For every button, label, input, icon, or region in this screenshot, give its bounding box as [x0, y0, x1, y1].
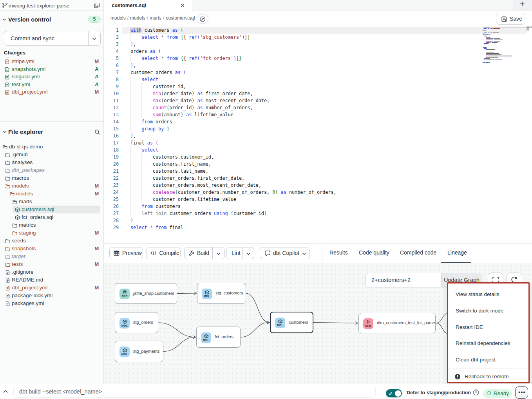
compile-button[interactable]: Compile	[146, 247, 181, 259]
change-row-singular.yml[interactable]: singular.ymlA	[0, 73, 103, 81]
line-number: 6	[104, 62, 119, 69]
chevron-down-icon[interactable]	[2, 18, 6, 22]
result-tab-compiled-code[interactable]: Compiled code	[400, 249, 436, 256]
lineage-node-stg_payments[interactable]: MDLstg_payments	[115, 341, 163, 362]
node-label: customers	[289, 320, 308, 325]
tree-item-models[interactable]: modelsM	[0, 190, 103, 198]
tab-customers-sql[interactable]: customers.sql	[104, 0, 192, 11]
breadcrumb-part[interactable]: marts	[150, 15, 161, 21]
lineage-node-dim[interactable]: SEMdim_customers_test_for_parse	[358, 313, 436, 333]
chevron-down-icon[interactable]	[92, 37, 96, 41]
file-explorer-title[interactable]: File explorer	[8, 128, 43, 135]
code-line-21: customers.last_name,	[130, 168, 208, 175]
divider	[212, 247, 213, 259]
lineage-node-stg_customers[interactable]: MDLstg_customers	[197, 283, 246, 304]
tree-item-.gitignore[interactable]: .gitignore	[0, 269, 103, 276]
lineage-node-customers[interactable]: MDLcustomers	[270, 312, 313, 333]
help-icon[interactable]	[473, 389, 479, 395]
breadcrumb-part[interactable]: models	[110, 15, 126, 21]
chevron-down-icon[interactable]	[246, 252, 251, 256]
plus-icon[interactable]	[520, 1, 525, 6]
save-button[interactable]: Save	[496, 13, 525, 25]
tree-item-customers.sql[interactable]: customers.sql	[0, 206, 103, 214]
tree-item-staging[interactable]: stagingM	[0, 229, 103, 237]
change-row-stripe.yml[interactable]: stripe.ymlM	[0, 58, 103, 66]
defer-toggle[interactable]	[386, 389, 402, 397]
menu-item-reinstall-dependencies[interactable]: Reinstall dependencies	[448, 335, 528, 352]
breadcrumb-part[interactable]: customers.sql	[166, 15, 195, 21]
badge-label: MDL	[119, 324, 130, 327]
tree-item-analyses[interactable]: analyses	[0, 159, 103, 167]
code-line-8: select	[130, 76, 158, 83]
sidebar: mwong-test-explorer-parse Version contro…	[0, 0, 104, 384]
folder-icon	[12, 223, 17, 228]
tree-item-db-sl-qs-demo[interactable]: db-sl-qs-demo	[0, 143, 103, 151]
tree-item-dbt_packages[interactable]: dbt_packages	[0, 167, 103, 175]
version-control-title[interactable]: Version control	[8, 16, 51, 23]
changes-heading: Changes	[4, 50, 25, 56]
minimap[interactable]	[483, 27, 526, 74]
tree-item-packages.yml[interactable]: packages.yml	[0, 300, 103, 308]
node-label: jaffle_shop.customers	[133, 291, 174, 296]
chevron-up-icon[interactable]	[3, 389, 8, 394]
folder-open-icon	[5, 184, 10, 189]
search-icon[interactable]	[94, 129, 100, 135]
change-row-dbt_project.yml[interactable]: dbt_project.ymlM	[0, 88, 103, 96]
lineage-node-fct_orders[interactable]: MDLfct_orders	[196, 327, 241, 348]
copy-icon[interactable]	[94, 2, 100, 8]
menu-item-restart-ide[interactable]: Restart IDE	[448, 319, 528, 336]
repo-name: mwong-test-explorer-parse	[9, 3, 69, 9]
chevron-down-icon[interactable]	[302, 252, 306, 256]
lineage-edge	[163, 337, 195, 352]
breadcrumb-part[interactable]: models	[130, 15, 145, 21]
line-number: 14	[104, 118, 119, 125]
menu-item-view-status-details[interactable]: View status details	[448, 286, 528, 303]
graph-search-input[interactable]: 2+customers+2	[371, 277, 411, 283]
dbt-copilot-button[interactable]: dbt Copilot	[260, 247, 310, 259]
copilot-compass-button[interactable]	[197, 14, 208, 24]
more-options-button[interactable]: •••	[515, 386, 528, 399]
table-icon	[114, 250, 119, 256]
build-button[interactable]: Build	[184, 247, 225, 259]
tree-item-tests[interactable]: testsM	[0, 261, 103, 269]
chevron-down-icon[interactable]	[216, 252, 221, 256]
tree-item-models[interactable]: modelsM	[0, 182, 103, 190]
lineage-node-stg_orders[interactable]: MDLstg_orders	[115, 312, 158, 333]
code-line-10: min(order_date) as first_order_date,	[130, 90, 253, 97]
line-number: 25	[104, 196, 119, 203]
tree-item-fct_orders.sql[interactable]: fct_orders.sql	[0, 214, 103, 222]
change-row-test.yml[interactable]: test.ymlA	[0, 81, 103, 89]
tree-item-.github[interactable]: .github	[0, 151, 103, 159]
result-tab-results[interactable]: Results	[329, 249, 348, 256]
command-input[interactable]: dbt build --select <model_name>	[13, 386, 376, 398]
lint-button[interactable]: Lint	[226, 247, 254, 259]
menu-item-rollback-to-remote[interactable]: Rollback to remote	[448, 368, 528, 384]
folder-open-icon	[2, 144, 7, 150]
tree-item-package-lock.yml[interactable]: package-lock.yml	[0, 292, 103, 300]
change-row-snapshots.yml[interactable]: snapshots.ymlA	[0, 66, 103, 74]
tree-item-target[interactable]: target	[0, 253, 103, 261]
result-tab-lineage[interactable]: Lineage	[447, 249, 467, 256]
tree-item-metrics[interactable]: metrics	[0, 222, 103, 229]
lineage-node-jaffle[interactable]: SRCjaffle_shop.customers	[115, 283, 177, 304]
commit-and-sync-button[interactable]: Commit and sync	[4, 31, 101, 46]
tree-item-seeds[interactable]: seeds	[0, 237, 103, 245]
tree-item-marts[interactable]: marts	[0, 198, 103, 206]
result-tab-code-quality[interactable]: Code quality	[359, 249, 389, 256]
menu-item-switch-to-dark-mode[interactable]: Switch to dark mode	[448, 303, 528, 319]
tree-item-macros[interactable]: macros	[0, 175, 103, 182]
close-icon[interactable]	[180, 3, 185, 8]
code-editor[interactable]: 1with customers as (2 select * from {{ r…	[104, 25, 532, 243]
scrollbar-thumb[interactable]	[527, 27, 529, 31]
menu-item-clean-dbt-project[interactable]: Clean dbt project	[448, 352, 528, 368]
tree-item-dbt_project.yml[interactable]: dbt_project.ymlM	[0, 284, 103, 292]
line-number: 5	[104, 55, 119, 62]
tree-item-README.md[interactable]: README.md	[0, 276, 103, 284]
breadcrumb-row: models/models/marts/customers.sql Save	[104, 11, 532, 25]
tree-item-label: README.md	[12, 277, 43, 283]
tree-item-snapshots[interactable]: snapshotsM	[0, 245, 103, 253]
preview-button[interactable]: Preview	[109, 247, 143, 259]
lineage-panel[interactable]: SRCjaffle_shop.customersMDLstg_customers…	[104, 263, 532, 384]
chevron-down-icon[interactable]	[2, 130, 6, 134]
badge-label: MDL	[202, 295, 212, 298]
